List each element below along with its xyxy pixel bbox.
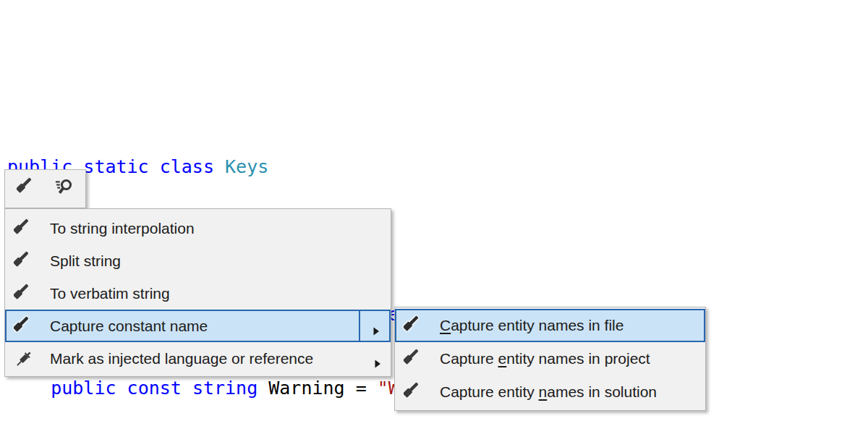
label-mnemonic: C xyxy=(440,317,451,333)
menu-item-to-string-interpolation[interactable]: To string interpolation xyxy=(5,212,391,244)
submenu-separator xyxy=(359,311,360,341)
code-segment: Keys xyxy=(225,156,268,177)
code-segment: public const string xyxy=(51,378,268,399)
menu-item-label: Capture entity names in project xyxy=(440,350,650,367)
menu-item-label: Capture constant name xyxy=(50,318,208,335)
label-suffix: ames in solution xyxy=(547,383,657,400)
menu-item-label: Capture entity names in file xyxy=(440,317,624,334)
submenu-item-capture-entity-names-in-project[interactable]: Capture entity names in project xyxy=(395,342,705,375)
code-line: public static class Keys xyxy=(7,155,552,179)
capture-submenu: Capture entity names in file Capture ent… xyxy=(394,307,706,411)
menu-item-label: To verbatim string xyxy=(50,285,170,302)
syringe-icon xyxy=(14,349,34,369)
label-suffix: ntity names in project xyxy=(506,350,650,367)
menu-item-to-verbatim-string[interactable]: To verbatim string xyxy=(5,277,391,310)
hammer-icon xyxy=(404,349,424,369)
submenu-item-capture-entity-names-in-file[interactable]: Capture entity names in file xyxy=(395,309,705,342)
menu-item-label: Mark as injected language or reference xyxy=(50,350,313,367)
label-suffix: apture entity names in file xyxy=(451,317,624,333)
hammer-icon xyxy=(14,218,34,239)
submenu-arrow-icon xyxy=(373,322,380,331)
menu-item-mark-as-injected-language[interactable]: Mark as injected language or reference xyxy=(5,342,391,375)
menu-item-label: To string interpolation xyxy=(50,220,195,237)
context-actions-menu: To string interpolation Split string To … xyxy=(4,208,391,377)
submenu-item-capture-entity-names-in-solution[interactable]: Capture entity names in solution xyxy=(395,375,705,409)
label-prefix: Capture entity xyxy=(440,383,539,400)
inspect-search-icon xyxy=(54,177,74,200)
label-mnemonic: e xyxy=(498,350,507,367)
editor-viewport: public static class Keys { public const … xyxy=(0,0,868,434)
hammer-icon xyxy=(14,316,34,336)
quick-fix-button[interactable] xyxy=(12,174,41,203)
quick-action-toolbar xyxy=(4,169,86,208)
menu-item-capture-constant-name[interactable]: Capture constant name xyxy=(5,310,391,342)
hammer-icon xyxy=(14,251,34,271)
hammer-icon xyxy=(404,315,424,336)
menu-item-label: Split string xyxy=(50,252,121,270)
code-segment xyxy=(7,378,51,399)
label-prefix: Capture xyxy=(440,350,498,367)
hammer-icon xyxy=(17,177,37,200)
code-segment: Warning = xyxy=(268,378,378,399)
submenu-arrow-icon xyxy=(375,354,381,363)
hammer-icon xyxy=(404,382,424,402)
label-mnemonic: n xyxy=(539,383,548,400)
inspect-search-button[interactable] xyxy=(49,174,78,203)
hammer-icon xyxy=(14,284,34,304)
menu-item-label: Capture entity names in solution xyxy=(440,383,657,401)
menu-item-split-string[interactable]: Split string xyxy=(5,244,391,277)
